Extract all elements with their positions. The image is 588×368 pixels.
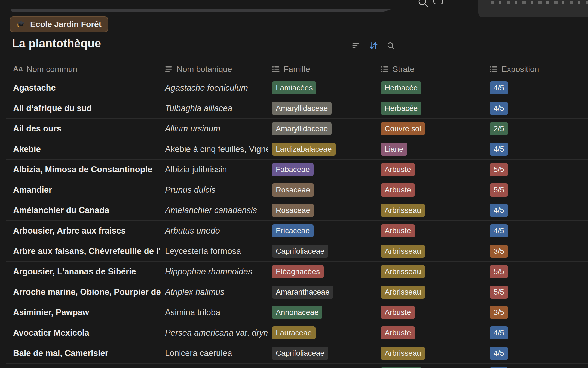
cell-exposition[interactable]: 4/5 [486, 323, 588, 343]
sort-arrows-icon[interactable] [368, 40, 379, 51]
cell-nom-botanique[interactable] [161, 364, 268, 368]
cell-nom-botanique[interactable]: Albizia julibrissin [161, 160, 268, 180]
cell-nom-botanique[interactable]: Akébie à cinq feuilles, Vigne c [161, 139, 268, 159]
cell-nom-botanique[interactable]: Hippophae rhamnoides [161, 262, 268, 282]
cell-strate[interactable]: Couvre sol [377, 119, 486, 139]
cell-exposition[interactable]: 4/5 [486, 98, 588, 118]
cell-strate[interactable]: Arbrisseau [377, 241, 486, 261]
cell-strate[interactable]: Herbacée [377, 364, 486, 368]
tag-5-5: 5/5 [490, 183, 508, 197]
cell-nom-commun[interactable]: Arroche marine, Obione, Pourpier de me [6, 282, 161, 302]
cell-famille[interactable]: Caprifoliaceae [268, 343, 377, 363]
cell-nom-commun[interactable] [6, 364, 161, 368]
cell-nom-commun[interactable]: Akebie [6, 139, 161, 159]
cell-exposition[interactable]: 4/5 [486, 139, 588, 159]
cell-famille[interactable]: Amaryllidaceae [268, 119, 377, 139]
cell-famille[interactable]: Éléagnacées [268, 262, 377, 282]
cell-nom-botanique[interactable]: Lonicera caerulea [161, 343, 268, 363]
cell-nom-commun[interactable]: Ail d’afrique du sud [6, 98, 161, 118]
cell-famille[interactable] [268, 364, 377, 368]
cell-strate[interactable]: Herbacée [377, 98, 486, 118]
cell-strate[interactable]: Arbuste [377, 302, 486, 323]
cell-famille[interactable]: Annonaceae [268, 302, 377, 323]
cell-exposition[interactable]: 2/5 [486, 119, 588, 139]
column-header-strate[interactable]: Strate [377, 60, 486, 78]
cell-nom-commun[interactable]: Argousier, L'ananas de Sibérie [6, 262, 161, 282]
cell-strate[interactable]: Arbuste [377, 180, 486, 200]
inbox-icon[interactable] [433, 0, 443, 4]
cell-strate[interactable]: Arbrisseau [377, 262, 486, 282]
botanical-name: Atriplex halimus [165, 287, 225, 297]
cell-nom-botanique[interactable]: Amelanchier canadensis [161, 200, 268, 220]
cell-exposition[interactable]: 4/5 [486, 343, 588, 363]
cell-nom-commun[interactable]: Agastache [6, 78, 161, 98]
column-header-nom-botanique[interactable]: Nom botanique [161, 60, 268, 78]
cell-famille[interactable]: Caprifoliaceae [268, 241, 377, 261]
breadcrumb-page-chip[interactable]: Ecole Jardin Forêt [10, 16, 108, 32]
cell-famille[interactable]: Amaryllidaceae [268, 98, 377, 118]
cell-exposition[interactable]: 5/5 [486, 282, 588, 302]
cell-nom-commun[interactable]: Arbousier, Arbre aux fraises [6, 221, 161, 241]
cell-strate[interactable]: Arbuste [377, 323, 486, 343]
tag-lardizabalaceae: Lardizabalaceae [272, 143, 336, 156]
cell-famille[interactable]: Lamiacées [268, 78, 377, 98]
cell-nom-botanique[interactable]: Arbutus unedo [161, 221, 268, 241]
filter-icon[interactable] [351, 40, 362, 51]
cell-exposition[interactable]: 3/5 [486, 241, 588, 261]
column-header-exposition[interactable]: Exposition [486, 60, 588, 78]
cell-nom-commun[interactable]: Arbre aux faisans, Chèvrefeuille de l'Hi… [6, 241, 161, 261]
cell-strate[interactable]: Arbuste [377, 160, 486, 180]
tag-lamiac-es: Lamiacées [272, 81, 316, 94]
cell-nom-botanique[interactable]: Atriplex halimus [161, 282, 268, 302]
cell-nom-commun[interactable]: Ail des ours [6, 119, 161, 139]
tag-arbrisseau: Arbrisseau [381, 347, 425, 360]
cell-exposition[interactable]: 5/5 [486, 180, 588, 200]
cell-strate[interactable]: Liane [377, 139, 486, 159]
horizontal-scrollbar[interactable] [11, 9, 384, 12]
table-row: Arbousier, Arbre aux fraisesArbutus uned… [6, 220, 588, 241]
cell-nom-commun[interactable]: Baie de mai, Camerisier [6, 343, 161, 363]
cell-nom-commun[interactable]: Albizia, Mimosa de Constantinople [6, 160, 161, 180]
cell-nom-botanique[interactable]: Leycesteria formosa [161, 241, 268, 261]
cell-nom-botanique[interactable]: Agastache foeniculum [161, 78, 268, 98]
cell-exposition[interactable]: 4/5 [486, 200, 588, 220]
cell-nom-botanique[interactable]: Tulbaghia alliacea [161, 98, 268, 118]
cell-famille[interactable]: Lauraceae [268, 323, 377, 343]
cell-nom-commun[interactable]: Amélanchier du Canada [6, 200, 161, 220]
cell-exposition[interactable]: 3/5 [486, 302, 588, 323]
cropped-topbar-panel[interactable] [478, 0, 588, 17]
cell-nom-commun[interactable]: Avocatier Mexicola [6, 323, 161, 343]
column-header-nom-commun[interactable]: AaNom commun [6, 60, 161, 78]
cell-exposition[interactable]: 4/5 [486, 78, 588, 98]
column-header-famille[interactable]: Famille [268, 60, 377, 78]
cell-exposition[interactable]: 4/5 [486, 221, 588, 241]
search-icon[interactable] [417, 0, 429, 9]
cell-exposition[interactable]: 5/5 [486, 262, 588, 282]
cell-strate[interactable]: Arbrisseau [377, 200, 486, 220]
page-title[interactable]: La plantothèque [12, 37, 101, 50]
cell-nom-botanique[interactable]: Asimina triloba [161, 302, 268, 323]
cell-exposition[interactable]: 5/5 [486, 160, 588, 180]
table-header-row: AaNom communNom botaniqueFamilleStrateEx… [6, 60, 588, 78]
cell-famille[interactable]: Rosaceae [268, 180, 377, 200]
column-label: Nom botanique [177, 65, 232, 74]
cell-nom-botanique[interactable]: Persea americana var. drymifo [161, 323, 268, 343]
cell-famille[interactable]: Fabaceae [268, 160, 377, 180]
cell-strate[interactable]: Arbrisseau [377, 343, 486, 363]
cell-nom-commun[interactable]: Asiminier, Pawpaw [6, 302, 161, 323]
cell-famille[interactable]: Amaranthaceae [268, 282, 377, 302]
table-row: Argousier, L'ananas de SibérieHippophae … [6, 261, 588, 282]
cell-nom-commun[interactable]: Amandier [6, 180, 161, 200]
title-icon: Aa [13, 65, 23, 73]
cell-strate[interactable]: Arbuste [377, 221, 486, 241]
cell-strate[interactable]: Herbacée [377, 78, 486, 98]
cell-nom-botanique[interactable]: Prunus dulcis [161, 180, 268, 200]
search-icon[interactable] [385, 40, 396, 51]
cell-famille[interactable]: Rosaceae [268, 200, 377, 220]
cell-famille[interactable]: Ericaceae [268, 221, 377, 241]
tag-4-5: 4/5 [490, 143, 508, 156]
cell-exposition[interactable]: 4/5 [486, 364, 588, 368]
cell-famille[interactable]: Lardizabalaceae [268, 139, 377, 159]
cell-nom-botanique[interactable]: Allium ursinum [161, 119, 268, 139]
cell-strate[interactable]: Arbrisseau [377, 282, 486, 302]
